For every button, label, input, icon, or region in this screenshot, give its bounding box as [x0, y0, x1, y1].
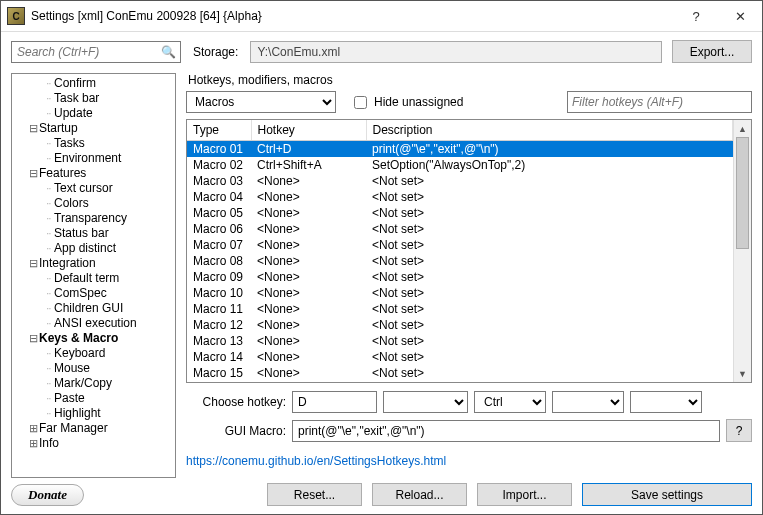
tree-item[interactable]: ··Paste	[12, 391, 175, 406]
tree-item-label: Mouse	[54, 361, 90, 375]
close-button[interactable]: ✕	[718, 1, 762, 31]
tree-item[interactable]: ··Colors	[12, 196, 175, 211]
cell-type: Macro 06	[187, 221, 251, 237]
reload-button[interactable]: Reload...	[372, 483, 467, 506]
hide-unassigned-checkbox[interactable]: Hide unassigned	[350, 93, 463, 112]
gui-macro-label: GUI Macro:	[186, 424, 286, 438]
tree-item-label: Confirm	[54, 76, 96, 90]
settings-dialog: C Settings [xml] ConEmu 200928 [64] {Alp…	[0, 0, 763, 515]
settings-tree[interactable]: ··Confirm··Task bar··Update⊟Startup··Tas…	[11, 73, 176, 478]
hotkey-key-input[interactable]	[292, 391, 377, 413]
cell-hotkey: <None>	[251, 269, 366, 285]
cell-type: Macro 14	[187, 349, 251, 365]
cell-hotkey: <None>	[251, 221, 366, 237]
table-row[interactable]: Macro 11<None><Not set>	[187, 301, 733, 317]
tree-item[interactable]: ··Tasks	[12, 136, 175, 151]
tree-item[interactable]: ⊟Integration	[12, 256, 175, 271]
tree-item-label: Transparency	[54, 211, 127, 225]
tree-item[interactable]: ⊟Keys & Macro	[12, 331, 175, 346]
cell-desc: <Not set>	[366, 333, 733, 349]
tree-item[interactable]: ··Children GUI	[12, 301, 175, 316]
table-row[interactable]: Macro 09<None><Not set>	[187, 269, 733, 285]
col-hotkey[interactable]: Hotkey	[251, 120, 366, 141]
macro-help-button[interactable]: ?	[726, 419, 752, 442]
reset-button[interactable]: Reset...	[267, 483, 362, 506]
table-scrollbar[interactable]: ▲ ▼	[733, 120, 751, 382]
category-select[interactable]: Macros	[186, 91, 336, 113]
filter-input[interactable]	[567, 91, 752, 113]
storage-label: Storage:	[191, 45, 240, 59]
table-row[interactable]: Macro 02Ctrl+Shift+ASetOption("AlwaysOnT…	[187, 157, 733, 173]
tree-item[interactable]: ··Text cursor	[12, 181, 175, 196]
tree-twisty-icon[interactable]: ⊟	[28, 121, 39, 136]
tree-twisty-icon[interactable]: ⊟	[28, 166, 39, 181]
tree-item[interactable]: ⊞Far Manager	[12, 421, 175, 436]
table-row[interactable]: Macro 01Ctrl+Dprint(@"\e","exit",@"\n")	[187, 141, 733, 158]
tree-item[interactable]: ⊟Startup	[12, 121, 175, 136]
help-button[interactable]: ?	[674, 1, 718, 31]
tree-item[interactable]: ⊟Features	[12, 166, 175, 181]
tree-item-label: Integration	[39, 256, 96, 270]
cell-type: Macro 10	[187, 285, 251, 301]
cell-type: Macro 09	[187, 269, 251, 285]
tree-twisty-icon[interactable]: ⊟	[28, 331, 39, 346]
import-button[interactable]: Import...	[477, 483, 572, 506]
tree-item[interactable]: ··Highlight	[12, 406, 175, 421]
modifier3-select[interactable]	[630, 391, 702, 413]
cell-desc: <Not set>	[366, 253, 733, 269]
tree-item[interactable]: ··Confirm	[12, 76, 175, 91]
hotkey-combo-select[interactable]	[383, 391, 468, 413]
cell-hotkey: Ctrl+D	[251, 141, 366, 158]
table-row[interactable]: Macro 10<None><Not set>	[187, 285, 733, 301]
scroll-down-icon[interactable]: ▼	[734, 365, 751, 382]
tree-item[interactable]: ··ComSpec	[12, 286, 175, 301]
table-row[interactable]: Macro 15<None><Not set>	[187, 365, 733, 381]
tree-item[interactable]: ··Mouse	[12, 361, 175, 376]
cell-desc: SetOption("AlwaysOnTop",2)	[366, 157, 733, 173]
titlebar: C Settings [xml] ConEmu 200928 [64] {Alp…	[1, 1, 762, 32]
cell-hotkey: <None>	[251, 173, 366, 189]
scroll-up-icon[interactable]: ▲	[734, 120, 751, 137]
tree-item[interactable]: ⊞Info	[12, 436, 175, 451]
table-row[interactable]: Macro 07<None><Not set>	[187, 237, 733, 253]
tree-item[interactable]: ··Keyboard	[12, 346, 175, 361]
table-row[interactable]: Macro 05<None><Not set>	[187, 205, 733, 221]
cell-type: Macro 02	[187, 157, 251, 173]
table-row[interactable]: Macro 04<None><Not set>	[187, 189, 733, 205]
donate-button[interactable]: Donate	[11, 484, 84, 506]
tree-item-label: Keys & Macro	[39, 331, 118, 345]
tree-twisty-icon[interactable]: ⊞	[28, 436, 39, 451]
table-row[interactable]: Macro 13<None><Not set>	[187, 333, 733, 349]
cell-desc: <Not set>	[366, 365, 733, 381]
col-description[interactable]: Description	[366, 120, 733, 141]
save-settings-button[interactable]: Save settings	[582, 483, 752, 506]
tree-item[interactable]: ··Environment	[12, 151, 175, 166]
hide-unassigned-input[interactable]	[354, 96, 367, 109]
modifier2-select[interactable]	[552, 391, 624, 413]
tree-item[interactable]: ··Default term	[12, 271, 175, 286]
tree-item[interactable]: ··App distinct	[12, 241, 175, 256]
table-row[interactable]: Macro 12<None><Not set>	[187, 317, 733, 333]
col-type[interactable]: Type	[187, 120, 251, 141]
cell-hotkey: <None>	[251, 365, 366, 381]
modifier1-select[interactable]: Ctrl	[474, 391, 546, 413]
tree-item[interactable]: ··Mark/Copy	[12, 376, 175, 391]
cell-desc: print(@"\e","exit",@"\n")	[366, 141, 733, 158]
tree-twisty-icon[interactable]: ⊟	[28, 256, 39, 271]
tree-item-label: Task bar	[54, 91, 99, 105]
tree-item[interactable]: ··Transparency	[12, 211, 175, 226]
tree-twisty-icon[interactable]: ⊞	[28, 421, 39, 436]
table-row[interactable]: Macro 14<None><Not set>	[187, 349, 733, 365]
search-input[interactable]	[11, 41, 181, 63]
tree-item[interactable]: ··Status bar	[12, 226, 175, 241]
table-row[interactable]: Macro 08<None><Not set>	[187, 253, 733, 269]
gui-macro-input[interactable]	[292, 420, 720, 442]
tree-item[interactable]: ··ANSI execution	[12, 316, 175, 331]
export-button[interactable]: Export...	[672, 40, 752, 63]
table-row[interactable]: Macro 06<None><Not set>	[187, 221, 733, 237]
tree-item[interactable]: ··Update	[12, 106, 175, 121]
scroll-thumb[interactable]	[736, 137, 749, 249]
table-row[interactable]: Macro 03<None><Not set>	[187, 173, 733, 189]
tree-item[interactable]: ··Task bar	[12, 91, 175, 106]
help-link[interactable]: https://conemu.github.io/en/SettingsHotk…	[186, 454, 752, 468]
